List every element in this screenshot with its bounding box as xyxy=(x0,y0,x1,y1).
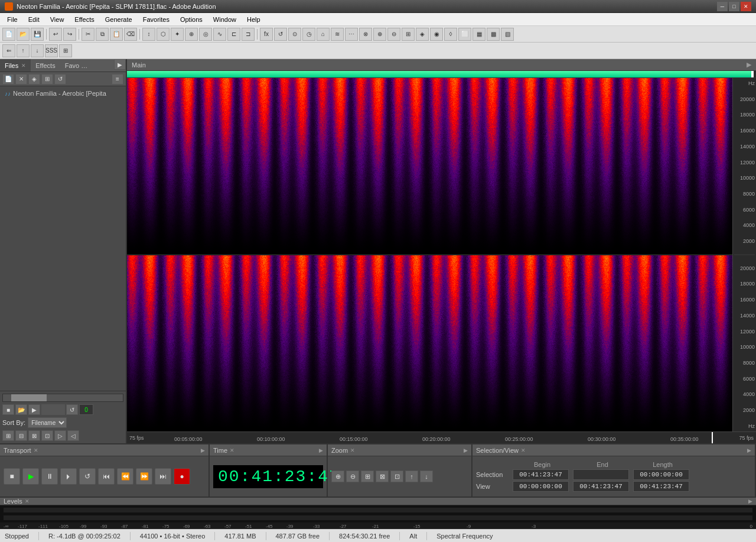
zoom-in-sel[interactable]: ⊞ xyxy=(361,470,374,482)
tb-tool3[interactable]: ✦ xyxy=(171,28,184,41)
minimize-button[interactable]: ─ xyxy=(717,2,728,11)
transport-pause-btn[interactable]: ⏸ xyxy=(41,468,58,485)
transport-play-pause-btn[interactable]: ⏵ xyxy=(60,468,77,485)
tb-tool8[interactable]: ⊐ xyxy=(242,28,255,41)
tb-fx7[interactable]: ⋯ xyxy=(345,28,358,41)
tb2-tool5[interactable]: ⊞ xyxy=(59,44,72,57)
panel-new-btn[interactable]: 📄 xyxy=(2,74,14,85)
tb-misc3[interactable]: ◊ xyxy=(444,28,457,41)
tb-fx1[interactable]: fx xyxy=(260,28,273,41)
menu-effects[interactable]: Effects xyxy=(70,14,99,25)
tb-misc6[interactable]: ▩ xyxy=(487,28,500,41)
tb-fx3[interactable]: ⊙ xyxy=(288,28,301,41)
maximize-button[interactable]: □ xyxy=(729,2,739,11)
tb-tool1[interactable]: ↕ xyxy=(142,28,155,41)
mini-loop[interactable]: ↺ xyxy=(66,404,78,415)
progress-bar[interactable] xyxy=(127,71,756,78)
levels-expand-btn[interactable]: ▶ xyxy=(748,498,752,504)
mini-open[interactable]: 📂 xyxy=(15,404,27,415)
zoom-expand-btn[interactable]: ▶ xyxy=(464,447,468,453)
menu-favorites[interactable]: Favorites xyxy=(138,14,174,25)
icon-btn-2[interactable]: ⊟ xyxy=(15,430,27,441)
zoom-out-v[interactable]: ↓ xyxy=(420,470,433,482)
transport-loop-btn[interactable]: ↺ xyxy=(79,468,96,485)
transport-rewind-btn[interactable]: ⏪ xyxy=(117,468,133,485)
tb-delete[interactable]: ⌫ xyxy=(124,28,137,41)
tb-misc5[interactable]: ▦ xyxy=(472,28,485,41)
zoom-out-h[interactable]: ⊖ xyxy=(346,470,359,482)
zoom-fit[interactable]: ⊠ xyxy=(376,470,389,482)
tb-fx10[interactable]: ⊖ xyxy=(387,28,400,41)
list-item[interactable]: ♪♪ Neoton Familia - Aerobic [Pepita xyxy=(2,89,123,98)
menu-view[interactable]: View xyxy=(45,14,69,25)
transport-next-btn[interactable]: ⏭ xyxy=(155,468,171,485)
menu-generate[interactable]: Generate xyxy=(100,14,137,25)
tb-paste[interactable]: 📋 xyxy=(110,28,123,41)
icon-btn-3[interactable]: ⊠ xyxy=(28,430,40,441)
panel-import-btn[interactable]: ⊞ xyxy=(41,74,53,85)
tb-fx9[interactable]: ⊕ xyxy=(373,28,386,41)
tb-fx4[interactable]: ◷ xyxy=(302,28,315,41)
transport-play-btn[interactable]: ▶ xyxy=(22,468,39,485)
tb-fx11[interactable]: ⊞ xyxy=(402,28,415,41)
tb-misc4[interactable]: ⬜ xyxy=(458,28,471,41)
mini-play[interactable]: ▶ xyxy=(28,404,40,415)
tb-fx6[interactable]: ≋ xyxy=(331,28,344,41)
selview-close-btn[interactable]: ✕ xyxy=(521,447,526,453)
spectrogram-canvas[interactable] xyxy=(127,78,732,431)
sort-select[interactable]: Filename xyxy=(28,417,67,428)
tb-misc2[interactable]: ◉ xyxy=(430,28,443,41)
transport-record-btn[interactable]: ● xyxy=(174,468,190,485)
transport-prev-btn[interactable]: ⏮ xyxy=(98,468,115,485)
tb-fx8[interactable]: ⊗ xyxy=(359,28,372,41)
icon-btn-1[interactable]: ⊞ xyxy=(2,430,14,441)
tb2-tool1[interactable]: ⇐ xyxy=(2,44,15,57)
panel-menu-btn[interactable]: ▶ xyxy=(114,59,126,70)
tb-tool5[interactable]: ◎ xyxy=(199,28,212,41)
menu-edit[interactable]: Edit xyxy=(24,14,44,25)
sv-view-end[interactable] xyxy=(573,481,629,492)
tab-effects[interactable]: Effects xyxy=(31,59,60,72)
tb-tool2[interactable]: ⬡ xyxy=(157,28,170,41)
sv-selection-end[interactable] xyxy=(573,469,629,480)
tb-fx2[interactable]: ↺ xyxy=(274,28,287,41)
tb-copy[interactable]: ⧉ xyxy=(96,28,109,41)
mini-stop[interactable]: ■ xyxy=(2,404,14,415)
transport-ff-btn[interactable]: ⏩ xyxy=(136,468,152,485)
spectrogram-container[interactable]: Hz 20000 18000 16000 14000 12000 10000 8… xyxy=(127,78,756,431)
tb-cut[interactable]: ✂ xyxy=(82,28,94,41)
transport-stop-btn[interactable]: ■ xyxy=(4,468,20,485)
tb2-tool4[interactable]: SSS xyxy=(45,44,58,57)
tab-files-close[interactable]: ✕ xyxy=(21,63,26,69)
zoom-in-h[interactable]: ⊕ xyxy=(331,470,344,482)
panel-close-btn[interactable]: ◈ xyxy=(28,74,40,85)
sv-selection-length[interactable] xyxy=(633,469,689,480)
tab-favorites[interactable]: Favo … xyxy=(60,59,92,72)
close-button[interactable]: ✕ xyxy=(741,2,751,11)
time-close-btn[interactable]: ✕ xyxy=(230,447,234,453)
icon-btn-5[interactable]: ▷ xyxy=(54,430,66,441)
panel-open-btn[interactable]: ✕ xyxy=(15,74,27,85)
tb-tool6[interactable]: ∿ xyxy=(213,28,226,41)
scrollbar-thumb[interactable] xyxy=(11,394,47,401)
tb-fx5[interactable]: ⌂ xyxy=(317,28,330,41)
menu-help[interactable]: Help xyxy=(242,14,265,25)
panel-options-btn[interactable]: ≡ xyxy=(112,74,123,85)
menu-window[interactable]: Window xyxy=(208,14,241,25)
menu-options[interactable]: Options xyxy=(175,14,207,25)
tb-tool4[interactable]: ⊕ xyxy=(185,28,198,41)
sv-view-begin[interactable] xyxy=(513,481,569,492)
tab-files[interactable]: Files ✕ xyxy=(0,59,31,72)
tb2-tool2[interactable]: ↑ xyxy=(17,44,30,57)
icon-btn-4[interactable]: ⊡ xyxy=(41,430,53,441)
main-expand-btn[interactable]: ▶ xyxy=(747,61,751,69)
sv-selection-begin[interactable] xyxy=(513,469,569,480)
sv-view-length[interactable] xyxy=(633,481,689,492)
tb-new[interactable]: 📄 xyxy=(2,28,15,41)
tb-save[interactable]: 💾 xyxy=(31,28,44,41)
transport-close-btn[interactable]: ✕ xyxy=(34,447,38,453)
menu-file[interactable]: File xyxy=(2,14,22,25)
levels-close-btn[interactable]: ✕ xyxy=(25,498,30,504)
tb-redo[interactable]: ↪ xyxy=(63,28,76,41)
tb-misc1[interactable]: ◈ xyxy=(416,28,429,41)
